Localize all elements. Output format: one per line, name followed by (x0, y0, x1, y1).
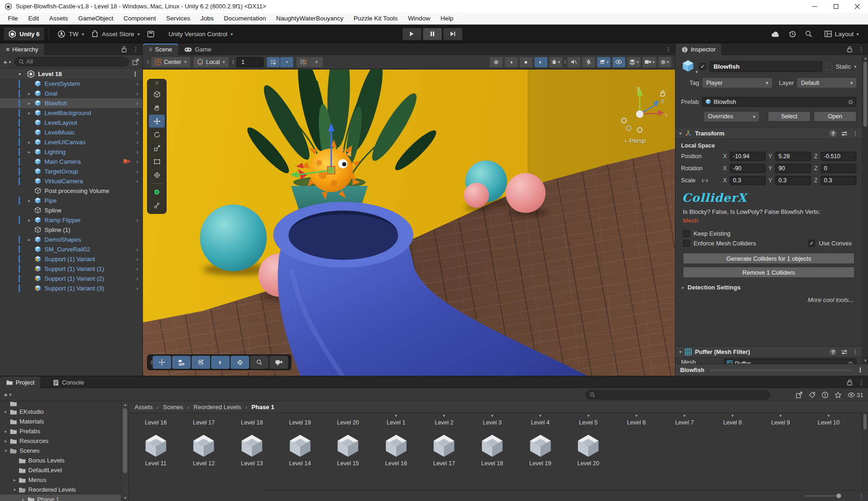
lock-icon[interactable] (121, 46, 127, 52)
hierarchy-item-support-1-variant[interactable]: Support (1) Variant› (0, 254, 142, 264)
menu-edit[interactable]: Edit (23, 13, 44, 24)
menu-component[interactable]: Component (118, 13, 161, 24)
tab-project[interactable]: Project (0, 377, 40, 388)
shaded-wireframe-button[interactable]: ◑ (505, 57, 518, 67)
position-y-field[interactable]: 5.28 (775, 152, 811, 161)
menu-help[interactable]: Help (435, 13, 458, 24)
breadcrumb-item-phase-1[interactable]: Phase 1 (251, 404, 274, 411)
history-icon[interactable] (789, 30, 797, 38)
project-folder-bonus-levels[interactable]: Bonus Levels (0, 456, 129, 465)
hierarchy-item-pipe[interactable]: ▸Pipe (0, 196, 142, 206)
menu-jobs[interactable]: Jobs (195, 13, 219, 24)
asset-expand-caret[interactable]: ▾ (539, 413, 541, 418)
hierarchy-item-ramp-flipper[interactable]: ▸Ramp Flipper› (0, 215, 142, 225)
unity-version-badge[interactable]: Unity 6 (4, 27, 44, 40)
prefab-open-chevron[interactable]: › (136, 256, 138, 263)
expand-icon[interactable]: ▸ (3, 409, 9, 414)
asset-expand-caret[interactable]: ▾ (732, 413, 734, 418)
rotation-y-field[interactable]: 90 (775, 164, 811, 173)
asset-level-20[interactable]: Level 20 (324, 413, 372, 426)
custom-tool-button[interactable] (149, 186, 165, 199)
expand-icon[interactable]: ▸ (3, 429, 9, 434)
mesh-field[interactable]: Puffer ⊙ (724, 359, 856, 364)
scrollbar-thumb[interactable] (863, 414, 867, 430)
asset-expand-caret[interactable]: ▾ (683, 413, 686, 418)
keep-existing-checkbox[interactable] (683, 230, 690, 237)
shaded-mode-button[interactable]: ⊕ (490, 57, 503, 67)
slider-knob[interactable] (836, 494, 841, 498)
asset-expand-caret[interactable]: ▾ (491, 413, 494, 418)
prefab-open-chevron[interactable]: › (136, 158, 138, 165)
asset-level-8[interactable]: ▾Level 8 (708, 413, 757, 426)
prefab-open-chevron[interactable]: › (136, 265, 138, 272)
project-folder-reordered-levels[interactable]: ▾Reordered Levels (0, 485, 129, 495)
scene-visibility-eye-button[interactable] (612, 57, 625, 67)
open-search-window-icon[interactable] (132, 58, 139, 65)
asset-level-4[interactable]: ▾Level 4 (516, 413, 565, 426)
expand-icon[interactable]: ▸ (3, 438, 9, 443)
increment-snap-dropdown[interactable]: ▾ (310, 57, 323, 67)
kebab-menu-icon[interactable]: ⋮ (852, 130, 858, 136)
menu-assets[interactable]: Assets (44, 13, 73, 24)
lock-icon[interactable] (847, 46, 853, 52)
hierarchy-item-levelbackground[interactable]: ▸LevelBackground› (0, 108, 142, 118)
hierarchy-item-virtualcamera[interactable]: VirtualCamera› (0, 176, 142, 186)
remove-colliders-button[interactable]: Remove 1 Colliders (683, 267, 855, 278)
asset-level-12[interactable]: Level 12 (180, 431, 228, 467)
breadcrumb-item-assets[interactable]: Assets (135, 404, 153, 411)
camera-settings-dropdown[interactable]: ▾ (643, 57, 656, 67)
hierarchy-item-support-1-variant-1[interactable]: Support (1) Variant (1)› (0, 264, 142, 274)
asset-level-10[interactable]: ▾Level 10 (804, 413, 853, 426)
expand-icon[interactable]: ▾ (12, 487, 18, 492)
expand-icon[interactable]: ▸ (26, 110, 32, 116)
expand-icon[interactable]: ▸ (26, 237, 32, 242)
projection-label[interactable]: ‹Persp (624, 137, 646, 144)
hierarchy-item-support-1-variant-2[interactable]: Support (1) Variant (2)› (0, 274, 142, 283)
hierarchy-item-post-processing-volume[interactable]: Post processing Volume (0, 186, 142, 196)
tag-dropdown[interactable]: Player▾ (702, 78, 772, 88)
create-asset-button[interactable]: +▾ (4, 391, 12, 398)
expand-icon[interactable]: ▸ (26, 91, 32, 96)
kebab-menu-icon[interactable]: ⋮ (857, 367, 863, 373)
prefab-open-chevron[interactable]: › (136, 148, 138, 155)
version-control-menu[interactable]: Unity Version Control ▾ (165, 27, 237, 40)
asset-level-2[interactable]: ▾Level 2 (420, 413, 469, 426)
project-folder-scenes[interactable]: ▾Scenes (0, 446, 129, 456)
move-tool-button[interactable] (149, 115, 165, 128)
tab-hierarchy[interactable]: ≡ Hierarchy (0, 44, 44, 55)
hand-tool-button[interactable] (149, 101, 165, 114)
joint-tool-button[interactable] (149, 199, 165, 212)
asset-expand-caret[interactable]: ▾ (443, 413, 445, 418)
mesh-filter-header[interactable]: ▾ Puffer (Mesh Filter) ? ⋮ (675, 346, 862, 358)
layer-dropdown[interactable]: Default▾ (797, 78, 856, 88)
lighting-overlay-button[interactable]: ◐ (211, 356, 230, 369)
preview-bar[interactable]: Blowfish ⋮ (675, 364, 868, 376)
hierarchy-item-targetgroup[interactable]: TargetGroup› (0, 167, 142, 176)
expand-icon[interactable]: ▸ (12, 477, 18, 482)
hierarchy-item-spline[interactable]: Spline (0, 206, 142, 215)
hidden-items-toggle[interactable]: 31 (848, 392, 863, 398)
tree-scrollbar[interactable]: ▲ ▼ (121, 402, 129, 501)
asset-level-1[interactable]: ▾Level 1 (372, 413, 420, 426)
prefab-open-chevron[interactable]: › (136, 109, 138, 116)
transform-tool-button[interactable] (149, 168, 165, 181)
help-icon[interactable]: ? (829, 130, 836, 137)
scene-visibility-dropdown[interactable]: ▾ (597, 57, 611, 67)
gizmo-lock-icon[interactable] (660, 90, 666, 96)
open-button[interactable]: Open (814, 111, 856, 122)
expand-icon[interactable]: ▾ (19, 71, 21, 77)
breadcrumb-item-scenes[interactable]: Scenes (163, 404, 183, 411)
search-overlay-button[interactable] (250, 356, 269, 369)
menu-services[interactable]: Services (161, 13, 195, 24)
enforce-mesh-colliders-checkbox[interactable] (683, 240, 690, 247)
hierarchy-item-levelmusic[interactable]: LevelMusic› (0, 128, 142, 137)
kebab-menu-icon[interactable]: ⋮ (858, 379, 864, 385)
gizmos-dropdown[interactable]: ⊕▾ (658, 57, 671, 67)
prefab-open-chevron[interactable]: › (136, 246, 138, 253)
preset-icon[interactable] (841, 131, 848, 136)
project-folder-resources[interactable]: ▸Resources (0, 436, 129, 446)
blowfish-object[interactable] (287, 118, 393, 225)
orientation-gizmo[interactable]: y z x (612, 84, 668, 139)
asset-expand-caret[interactable]: ▾ (635, 413, 637, 418)
kebab-menu-icon[interactable]: ⋮ (665, 46, 671, 52)
